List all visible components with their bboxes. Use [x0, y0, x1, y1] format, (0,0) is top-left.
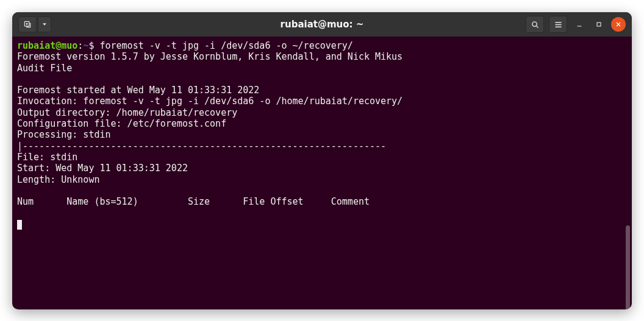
maximize-button[interactable] [592, 17, 606, 32]
svg-rect-9 [597, 23, 601, 26]
terminal-cursor [17, 220, 22, 230]
output-line: Foremost version 1.5.7 by Jesse Kornblum… [17, 51, 402, 62]
terminal-window: rubaiat@muo: ~ [12, 12, 632, 309]
output-line: Output directory: /home/rubaiat/recovery [17, 107, 237, 118]
minimize-icon [576, 21, 583, 28]
scrollbar-thumb[interactable] [626, 225, 630, 309]
tab-dropdown-button[interactable] [38, 16, 51, 32]
titlebar-right-controls [526, 16, 626, 33]
search-button[interactable] [526, 16, 544, 33]
minimize-button[interactable] [572, 17, 587, 32]
search-icon [531, 20, 540, 29]
output-line [17, 185, 23, 196]
output-line: File: stdin [17, 152, 77, 163]
output-line: Start: Wed May 11 01:33:31 2022 [17, 163, 188, 174]
maximize-icon [595, 21, 603, 28]
prompt-userhost: rubaiat@muo [17, 40, 77, 51]
output-line: Foremost started at Wed May 11 01:33:31 … [17, 85, 259, 96]
chevron-down-icon [41, 21, 48, 27]
prompt-dollar: $ [88, 40, 99, 51]
output-header: Num Name (bs=512) Size File Offset Comme… [17, 196, 375, 207]
output-line: Configuration file: /etc/foremost.conf [17, 118, 226, 129]
svg-line-4 [536, 26, 538, 27]
new-tab-button[interactable] [18, 16, 35, 32]
menu-button[interactable] [549, 16, 567, 33]
terminal-body[interactable]: rubaiat@muo:~$ foremost -v -t jpg -i /de… [12, 37, 632, 309]
close-button[interactable] [611, 17, 626, 32]
output-line: Length: Unknown [17, 174, 99, 185]
output-line: |---------------------------------------… [17, 141, 386, 152]
close-icon [615, 21, 622, 28]
titlebar: rubaiat@muo: ~ [12, 12, 632, 37]
titlebar-left-controls [18, 16, 51, 32]
output-line: Audit File [17, 63, 72, 74]
output-line: Invocation: foremost -v -t jpg -i /dev/s… [17, 96, 402, 107]
output-line: Processing: stdin [17, 129, 111, 140]
new-tab-icon [23, 20, 32, 29]
hamburger-icon [554, 20, 563, 29]
svg-point-3 [532, 21, 537, 26]
command-text: foremost -v -t jpg -i /dev/sda6 -o ~/rec… [99, 40, 352, 51]
